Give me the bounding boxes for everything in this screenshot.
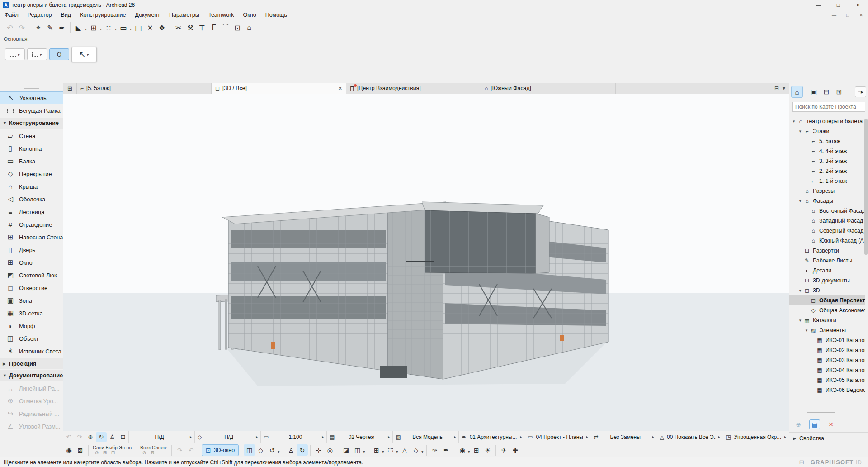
tab-3d-all[interactable]: ◻[3D / Все]✕ (212, 83, 346, 94)
add-view-button[interactable]: ⊕ (793, 419, 804, 429)
project-map-icon[interactable]: ⌂ (791, 86, 803, 98)
dropdown-arrow-icon[interactable]: ▾ (100, 27, 102, 31)
split-icon[interactable]: ✂ (173, 22, 184, 33)
camera-position-icon[interactable]: ◎ (324, 444, 335, 456)
tab-south-elevation[interactable]: ⌂[Южный Фасад] (481, 83, 616, 94)
chevron-down-icon[interactable]: ▾ (797, 318, 803, 323)
search-input[interactable] (793, 104, 865, 110)
scale-dropdown[interactable]: ▭1:100▸ (260, 431, 326, 443)
inject-parameters-icon[interactable]: ✒ (56, 22, 68, 33)
align-icon[interactable]: ⊤ (196, 22, 208, 33)
tool-door[interactable]: ▯Дверь (0, 243, 63, 256)
minimize-button[interactable]: — (808, 0, 828, 10)
lock-selected-layers-icon[interactable]: ⊠ (101, 450, 109, 455)
tab-story-5[interactable]: ⌐[5. 5этаж] (77, 83, 212, 94)
chevron-down-icon[interactable]: ▾ (791, 119, 797, 124)
walk-icon[interactable]: ♙ (107, 432, 118, 442)
camera-icon[interactable]: ◉ (457, 444, 468, 456)
popup-navigator-icon[interactable]: ⊟ (774, 85, 779, 91)
renovation-filter-dropdown[interactable]: ⇄Без Замены▸ (591, 431, 657, 443)
menu-item-редактор[interactable]: Редактор (23, 10, 57, 20)
find-select-icon[interactable]: ⌖ (33, 22, 44, 33)
tree-story-3[interactable]: ⌐3. 3-й этаж (789, 156, 865, 166)
tree-3d[interactable]: ▾◻3D (789, 286, 865, 295)
tool-stair[interactable]: ≡Лестница (0, 205, 63, 218)
dimension-style-dropdown[interactable]: ▭04 Проект - Планы▸ (525, 431, 591, 443)
fit-in-window-icon[interactable]: ⊡ (118, 432, 128, 442)
adjust-icon[interactable]: ⚒ (184, 22, 196, 33)
view-rotation-icon[interactable]: ↺ (266, 444, 278, 456)
tool-shell[interactable]: ◁Оболочка (0, 193, 63, 205)
model-filter-dropdown[interactable]: ▨Вся Модель▸ (392, 431, 458, 443)
orbit-icon[interactable]: ↻ (96, 432, 107, 442)
tool-marquee[interactable]: Бегущая Рамка (0, 104, 63, 117)
edit-nodes-icon[interactable]: ❖ (156, 22, 168, 33)
hide-selected-layers-icon[interactable]: ⊘ (93, 450, 101, 455)
3d-cutaway-icon[interactable]: ◫ (352, 444, 363, 456)
zoom-icon[interactable]: ⊕ (85, 432, 96, 442)
menu-item-документ[interactable]: Документ (131, 10, 165, 20)
layer-visibility-icon[interactable]: ◉ (63, 444, 75, 456)
tab-close-icon[interactable]: ✕ (338, 86, 342, 91)
tool-zone[interactable]: ▣Зона (0, 294, 63, 307)
tree-story-5[interactable]: ⌐5. 5этаж (789, 136, 865, 146)
walk-mode-icon[interactable]: ♙ (285, 444, 297, 456)
section-projection[interactable]: ▶Проекция (0, 358, 63, 369)
menu-item-помощь[interactable]: Помощь (261, 10, 292, 20)
sun-study-icon[interactable]: ☀ (482, 444, 493, 456)
copy-view-settings-icon[interactable]: ⊞ (371, 444, 382, 456)
section-documentation[interactable]: ▼Документирование (0, 370, 63, 381)
magic-wand-icon[interactable]: ⌂ (243, 22, 255, 33)
pickup-parameters-icon[interactable]: ✎ (44, 22, 56, 33)
tree-elements[interactable]: ▾▨Элементы (789, 325, 865, 335)
dropdown-arrow-icon[interactable]: ▾ (468, 450, 470, 454)
tab-interaction-center[interactable]: ∏[Центр Взаимодействия] (346, 83, 481, 94)
maximize-button[interactable]: □ (828, 0, 848, 10)
section-design[interactable]: ▼Конструирование (0, 118, 63, 129)
arrow-tool-button[interactable]: ↖▸ (71, 47, 97, 62)
tree-elevation-east[interactable]: ⌂Восточный Фасад ( (789, 206, 865, 216)
tree-sections[interactable]: ⌂Разрезы (789, 186, 865, 196)
doc-close-button[interactable]: ✕ (854, 10, 868, 19)
tree-generic-axonometry[interactable]: ◇Общая Аксономет (789, 305, 865, 315)
tree-ike-04[interactable]: ▦ИКЭ-04 Каталог С (789, 365, 865, 375)
doc-restore-button[interactable]: □ (841, 10, 854, 19)
chevron-down-icon[interactable]: ▾ (797, 199, 803, 203)
dropdown-arrow-icon[interactable]: ▾ (382, 450, 384, 454)
3d-window-button[interactable]: ⊡3D-окно (202, 444, 239, 456)
graphic-override-dropdown[interactable]: △00 Показать Все Э...▸ (657, 431, 723, 443)
guide-lines-icon[interactable]: ◣ (73, 22, 85, 33)
stretch-icon[interactable]: ✕ (144, 22, 156, 33)
publisher-icon[interactable]: ⊞ (833, 86, 845, 98)
doc-minimize-button[interactable]: — (827, 10, 841, 19)
filter-elements-icon[interactable]: △ (399, 444, 410, 456)
3d-cutting-planes-icon[interactable]: ◪ (340, 444, 352, 456)
layout-book-icon[interactable]: ⊟ (821, 86, 832, 98)
resize-icon[interactable]: ⊡ (231, 22, 243, 33)
tree-elevations[interactable]: ▾⌂Фасады (789, 196, 865, 206)
tree-story-1[interactable]: ⌐1. 1-й этаж (789, 176, 865, 186)
menu-item-файл[interactable]: Файл (0, 10, 23, 20)
tool-curtain-wall[interactable]: ⊞Навесная Стена (0, 231, 63, 243)
orbit-mode-icon[interactable]: ↻ (297, 444, 308, 456)
fly-through-icon[interactable]: ✈ (498, 444, 509, 456)
dropdown-arrow-icon[interactable]: ▾ (115, 27, 117, 31)
menu-item-параметры[interactable]: Параметры (165, 10, 204, 20)
marquee-3d-icon[interactable]: ⬚ (385, 444, 396, 456)
tool-light[interactable]: ☀Источник Света (0, 345, 63, 357)
zoom-preset-dropdown[interactable]: Н/Д▸ (128, 431, 194, 443)
dropdown-arrow-icon[interactable]: ▾ (278, 450, 279, 454)
tool-roof[interactable]: ⌂Крыша (0, 180, 63, 193)
tree-elevation-west[interactable]: ⌂Западный Фасад (А (789, 216, 865, 226)
view-settings-button[interactable]: ▤ (809, 419, 820, 429)
marquee-rect-button[interactable]: ▸ (27, 48, 47, 60)
tool-opening[interactable]: □Отверстие (0, 281, 63, 294)
tree-project-root[interactable]: ▾⌂театр оперы и балета (789, 116, 865, 126)
tree-ike-05[interactable]: ▦ИКЭ-05 Каталог С (789, 375, 865, 385)
marquee-poly-button[interactable]: ▸ (5, 48, 25, 60)
tool-mesh[interactable]: ▦3D-сетка (0, 307, 63, 319)
coordinates-icon[interactable]: ⊞ (88, 22, 99, 33)
menu-item-teamwork[interactable]: Teamwork (204, 10, 239, 20)
snap-grid-icon[interactable]: ∷ (103, 22, 114, 33)
dropdown-arrow-icon[interactable]: ▾ (85, 27, 87, 31)
